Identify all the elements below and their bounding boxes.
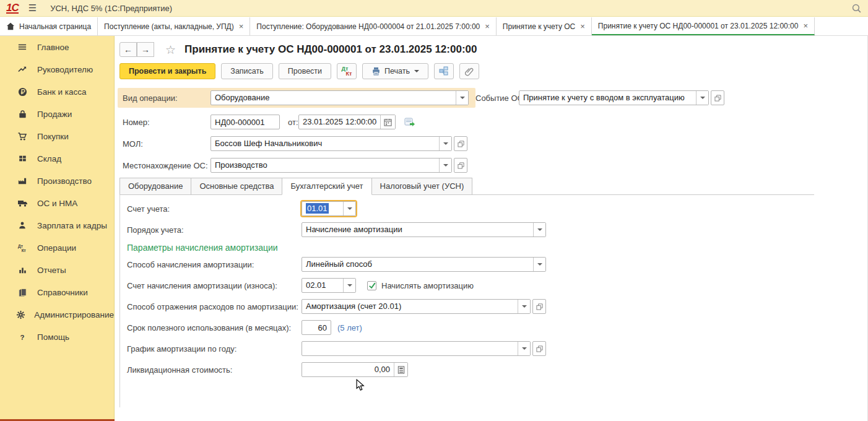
depreciation-account-label: Счет начисления амортизации (износа):	[127, 281, 277, 290]
depreciation-account-select[interactable]: 02.01	[302, 278, 356, 293]
number-label: Номер:	[123, 118, 150, 127]
os-location-select[interactable]: Производство	[210, 158, 452, 173]
open-expense-reflection-button[interactable]	[532, 299, 546, 314]
chevron-down-icon[interactable]	[456, 91, 468, 105]
open-link-icon	[536, 345, 543, 352]
accounting-order-select[interactable]: Начисление амортизации	[302, 222, 546, 237]
sidebar-item-label: Справочники	[37, 288, 88, 297]
app-tab-1[interactable]: Поступление (акты, накладные, УПД)×	[98, 17, 250, 35]
cart-icon	[16, 132, 28, 141]
yearly-schedule-select[interactable]	[302, 341, 531, 356]
app-tab-2[interactable]: Поступление: Оборудование НД00-000004 от…	[250, 17, 497, 35]
open-os-event-button[interactable]	[711, 90, 724, 105]
sidebar-item-13[interactable]: ?Помощь	[0, 326, 114, 348]
app-tab-4[interactable]: Принятие к учету ОС НД00-000001 от 23.01…	[592, 17, 815, 35]
page-tab-0[interactable]: Оборудование	[119, 178, 191, 195]
date-input[interactable]: 23.01.2025 12:00:00	[298, 115, 396, 129]
yearly-schedule-label: График амортизации по году:	[127, 344, 237, 354]
chevron-down-icon[interactable]	[343, 279, 355, 292]
tab-panel-border	[119, 194, 120, 407]
back-button[interactable]: ←	[119, 42, 137, 57]
page-tab-2[interactable]: Бухгалтерский учет	[282, 178, 371, 195]
sidebar-item-6[interactable]: Производство	[0, 170, 114, 192]
post-button[interactable]: Провести	[279, 63, 331, 79]
chevron-down-icon[interactable]	[439, 137, 451, 150]
sidebar-item-label: Продажи	[37, 110, 72, 119]
os-event-select[interactable]: Принятие к учету с вводом в эксплуатацию	[519, 90, 709, 105]
open-link-icon	[458, 141, 464, 147]
main-menu-icon[interactable]: ☰	[28, 2, 37, 14]
expense-reflection-label: Способ отражения расходов по амортизации…	[127, 302, 298, 311]
document-structure-button[interactable]	[434, 63, 454, 79]
app-tab-label: Начальная страница	[19, 22, 91, 31]
calendar-icon[interactable]	[380, 115, 395, 129]
useful-life-input[interactable]: 60	[302, 320, 331, 335]
app-tab-label: Принятие к учету ОС НД00-000001 от 23.01…	[598, 22, 799, 30]
help-icon: ?	[16, 332, 28, 342]
operation-type-select[interactable]: Оборудование	[210, 90, 469, 105]
chevron-down-icon[interactable]	[533, 223, 545, 237]
useful-life-label: Срок полезного использования (в месяцах)…	[127, 323, 291, 332]
chevron-down-icon[interactable]	[518, 300, 530, 313]
save-button[interactable]: Записать	[221, 63, 272, 79]
account-select[interactable]: 01.01	[302, 201, 356, 216]
date-label: от:	[288, 118, 298, 127]
sidebar-item-1[interactable]: Руководителю	[0, 58, 114, 80]
sidebar-item-10[interactable]: Отчеты	[0, 259, 114, 281]
print-button[interactable]: Печать	[362, 63, 428, 79]
truck-icon	[16, 199, 28, 207]
printer-icon	[371, 67, 381, 76]
page-tab-3[interactable]: Налоговый учет (УСН)	[371, 178, 473, 195]
close-tab-icon[interactable]: ×	[485, 22, 490, 31]
operation-type-label: Вид операции:	[123, 93, 178, 103]
favorites-star-icon[interactable]: ☆	[165, 43, 176, 57]
chevron-down-icon[interactable]	[343, 202, 355, 215]
number-input[interactable]: НД00-000001	[210, 115, 280, 129]
sidebar-item-0[interactable]: Главное	[0, 36, 114, 58]
sidebar-item-label: ОС и НМА	[37, 199, 77, 208]
sidebar-item-7[interactable]: ОС и НМА	[0, 192, 114, 214]
factory-icon	[16, 176, 28, 185]
app-tab-0[interactable]: Начальная страница	[0, 17, 98, 35]
close-tab-icon[interactable]: ×	[239, 22, 244, 31]
set-current-date-icon[interactable]	[404, 118, 415, 127]
expense-reflection-select[interactable]: Амортизация (счет 20.01)	[302, 299, 531, 314]
open-os-location-button[interactable]	[454, 158, 467, 173]
chevron-down-icon[interactable]	[518, 342, 530, 355]
chevron-down-icon[interactable]	[439, 158, 451, 172]
app-tab-3[interactable]: Принятие к учету ОС×	[497, 17, 592, 35]
sidebar-item-9[interactable]: ДтКтОперации	[0, 237, 114, 259]
svg-text:Кт: Кт	[21, 248, 26, 253]
calculator-icon[interactable]	[394, 363, 407, 376]
app-tab-label: Принятие к учету ОС	[503, 22, 575, 31]
sidebar-item-11[interactable]: Справочники	[0, 281, 114, 303]
structure-icon	[439, 66, 449, 76]
open-yearly-schedule-button[interactable]	[532, 341, 546, 356]
mol-select[interactable]: Боссов Шеф Начальникович	[210, 136, 452, 151]
sidebar-item-label: Отчеты	[37, 266, 66, 275]
os-location-label: Местонахождение ОС:	[123, 161, 208, 170]
close-tab-icon[interactable]: ×	[803, 21, 808, 30]
chevron-down-icon[interactable]	[696, 91, 708, 105]
search-icon[interactable]	[851, 3, 862, 16]
show-postings-button[interactable]: Дт Кт	[337, 63, 357, 79]
ruble-icon	[16, 87, 28, 97]
page-tab-1[interactable]: Основные средства	[191, 178, 282, 195]
open-mol-button[interactable]	[454, 136, 467, 151]
liquidation-value-input[interactable]: 0,00	[302, 362, 408, 377]
dtkt-icon: Дт Кт	[342, 66, 352, 76]
chevron-down-icon[interactable]	[533, 258, 545, 271]
post-and-close-button[interactable]: Провести и закрыть	[119, 63, 215, 79]
sidebar-item-5[interactable]: Склад	[0, 147, 114, 170]
sidebar-item-8[interactable]: Зарплата и кадры	[0, 214, 114, 237]
sidebar-item-4[interactable]: Покупки	[0, 125, 114, 147]
sidebar-item-label: Банк и касса	[37, 87, 87, 97]
sidebar-item-2[interactable]: Банк и касса	[0, 80, 114, 103]
accrue-depreciation-checkbox[interactable]	[367, 281, 376, 290]
depreciation-method-select[interactable]: Линейный способ	[302, 257, 546, 272]
attachments-button[interactable]	[459, 63, 479, 79]
forward-button[interactable]: →	[137, 42, 154, 57]
sidebar-item-12[interactable]: Администрирование	[0, 303, 114, 326]
sidebar-item-3[interactable]: Продажи	[0, 103, 114, 125]
close-tab-icon[interactable]: ×	[580, 22, 585, 31]
